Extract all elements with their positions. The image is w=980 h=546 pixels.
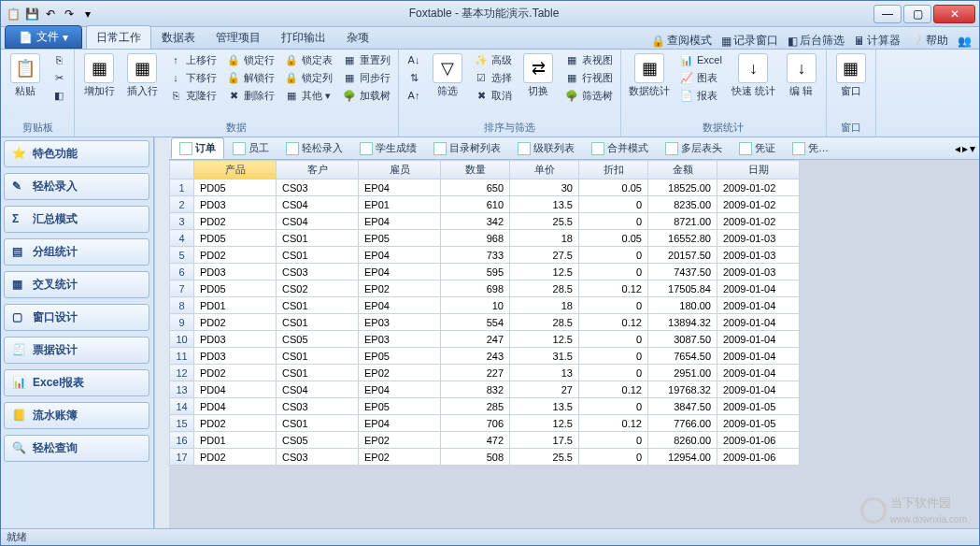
cell[interactable]: 2009-01-02	[717, 213, 800, 230]
cell[interactable]: EP04	[359, 264, 441, 280]
cell[interactable]: EP03	[359, 331, 441, 348]
cell[interactable]: EP04	[359, 381, 441, 398]
ribbon-tab[interactable]: 数据表	[151, 25, 206, 49]
cell[interactable]: EP04	[359, 297, 441, 314]
qat-dropdown-icon[interactable]: ▾	[79, 6, 96, 22]
lock-row-button[interactable]: 🔒锁定行	[224, 51, 277, 68]
cell[interactable]: 0	[579, 348, 648, 365]
tab-scroll-right-button[interactable]: ▸	[962, 142, 968, 155]
report-button[interactable]: 📄报表	[677, 87, 724, 104]
row-view-button[interactable]: ▦行视图	[562, 69, 615, 86]
cell[interactable]: 0	[579, 196, 648, 213]
cell[interactable]: CS05	[277, 432, 359, 449]
sort-desc-button[interactable]: A↑	[405, 87, 423, 104]
cell[interactable]: CS01	[277, 365, 359, 381]
row-number[interactable]: 8	[170, 297, 194, 314]
row-number[interactable]: 15	[170, 415, 194, 432]
cell[interactable]: 12.5	[510, 331, 579, 348]
cell[interactable]: 733	[441, 247, 510, 264]
cell[interactable]: CS02	[277, 280, 359, 297]
window-button[interactable]: ▦窗口	[832, 51, 870, 99]
cell[interactable]: 3847.50	[648, 398, 717, 415]
data-grid[interactable]: 产品客户雇员数量单价折扣金额日期1PD05CS03EP04650300.0518…	[169, 160, 979, 528]
row-number[interactable]: 4	[170, 230, 194, 247]
filter-button[interactable]: ▽筛选	[429, 51, 466, 99]
row-number[interactable]: 13	[170, 381, 194, 398]
cell[interactable]: 2009-01-04	[717, 280, 800, 297]
table-row[interactable]: 14PD04CS03EP0528513.503847.502009-01-05	[170, 398, 800, 415]
cell[interactable]: 650	[441, 180, 510, 196]
table-row[interactable]: 2PD03CS04EP0161013.508235.002009-01-02	[170, 196, 800, 213]
cell[interactable]: PD03	[194, 348, 277, 365]
cell[interactable]: 2009-01-05	[717, 398, 800, 415]
table-row[interactable]: 10PD03CS05EP0324712.503087.502009-01-04	[170, 331, 800, 348]
cell[interactable]: 2009-01-05	[717, 415, 800, 432]
cell[interactable]: 12.5	[510, 415, 579, 432]
people-icon[interactable]: 👥	[958, 35, 972, 48]
cell[interactable]: 0	[579, 264, 648, 280]
cell[interactable]: 2009-01-03	[717, 230, 800, 247]
cell[interactable]: 2009-01-06	[717, 449, 800, 466]
cell[interactable]: 968	[441, 230, 510, 247]
cell[interactable]: PD03	[194, 331, 277, 348]
row-number[interactable]: 5	[170, 247, 194, 264]
cell[interactable]: 28.5	[510, 314, 579, 331]
cell[interactable]: 0	[579, 247, 648, 264]
cell[interactable]: 2009-01-04	[717, 381, 800, 398]
cell[interactable]: 285	[441, 398, 510, 415]
cell[interactable]: 17505.84	[648, 280, 717, 297]
cell[interactable]: 342	[441, 213, 510, 230]
table-row[interactable]: 3PD02CS04EP0434225.508721.002009-01-02	[170, 213, 800, 230]
cell[interactable]: 554	[441, 314, 510, 331]
column-header[interactable]: 金额	[648, 161, 717, 180]
cell[interactable]: EP02	[359, 365, 441, 381]
table-row[interactable]: 8PD01CS01EP0410180180.002009-01-04	[170, 297, 800, 314]
cell[interactable]: 31.5	[510, 348, 579, 365]
sort-custom-button[interactable]: ⇅	[405, 69, 423, 86]
cell[interactable]: CS01	[277, 230, 359, 247]
sidebar-item-window[interactable]: ▢窗口设计	[4, 304, 149, 331]
cell[interactable]: 0.05	[579, 230, 648, 247]
table-row[interactable]: 6PD03CS03EP0459512.507437.502009-01-03	[170, 264, 800, 280]
column-header[interactable]: 日期	[717, 161, 800, 180]
table-tab[interactable]: 凭证	[731, 137, 784, 159]
cell[interactable]: EP04	[359, 213, 441, 230]
add-row-button[interactable]: ▦增加行	[80, 51, 118, 99]
cell[interactable]: EP05	[359, 348, 441, 365]
table-tab[interactable]: 学生成绩	[351, 137, 425, 159]
load-tree-button[interactable]: 🌳加载树	[340, 87, 392, 104]
cell[interactable]: CS01	[277, 415, 359, 432]
table-row[interactable]: 16PD01CS05EP0247217.508260.002009-01-06	[170, 432, 800, 449]
cell[interactable]: 13894.32	[648, 314, 717, 331]
cell[interactable]: CS04	[277, 196, 359, 213]
cell[interactable]: 2009-01-03	[717, 264, 800, 280]
cell[interactable]: 18	[510, 297, 579, 314]
cell[interactable]: 2009-01-04	[717, 314, 800, 331]
cell[interactable]: 0.12	[579, 415, 648, 432]
cell[interactable]: 2009-01-04	[717, 331, 800, 348]
table-row[interactable]: 13PD04CS04EP04832270.1219768.322009-01-0…	[170, 381, 800, 398]
cell[interactable]: PD02	[194, 213, 277, 230]
paste-button[interactable]: 📋 粘贴	[7, 51, 44, 99]
file-menu-button[interactable]: 📄 文件 ▾	[5, 25, 82, 49]
fast-stats-button[interactable]: ↓快速 统计	[730, 51, 777, 99]
column-header[interactable]: 客户	[277, 161, 359, 180]
cell[interactable]: CS01	[277, 314, 359, 331]
cell[interactable]: 227	[441, 365, 510, 381]
cell[interactable]: CS05	[277, 331, 359, 348]
cell[interactable]: 0	[579, 331, 648, 348]
cell[interactable]: CS04	[277, 381, 359, 398]
cell[interactable]: PD04	[194, 381, 277, 398]
table-tab[interactable]: 多层表头	[657, 137, 731, 159]
cell[interactable]: 0	[579, 213, 648, 230]
cell[interactable]: 7766.00	[648, 415, 717, 432]
sidebar-item-feature[interactable]: ⭐特色功能	[4, 140, 149, 167]
cell[interactable]: 0	[579, 398, 648, 415]
cell[interactable]: 25.5	[510, 449, 579, 466]
chart-button[interactable]: 📈图表	[677, 69, 724, 86]
stats-button[interactable]: ▦数据统计	[627, 51, 672, 99]
cell[interactable]: 595	[441, 264, 510, 280]
cell[interactable]: 10	[441, 297, 510, 314]
cell[interactable]: 472	[441, 432, 510, 449]
table-row[interactable]: 11PD03CS01EP0524331.507654.502009-01-04	[170, 348, 800, 365]
